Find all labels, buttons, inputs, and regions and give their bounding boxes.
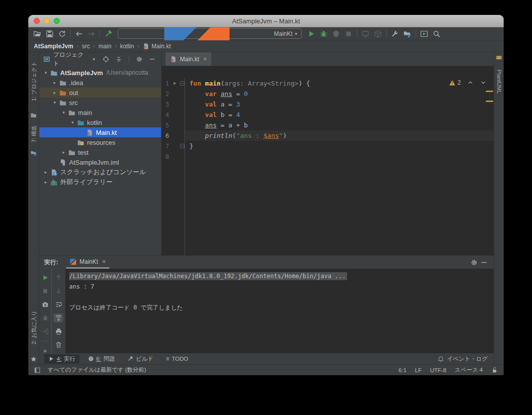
fold-marker[interactable] — [180, 81, 184, 86]
warning-badge[interactable]: 2 — [449, 79, 461, 86]
dump-threads-button[interactable] — [41, 300, 50, 309]
breadcrumb-file[interactable]: Main.kt — [143, 43, 171, 50]
close-icon[interactable]: × — [203, 56, 207, 62]
tree-toggle-icon[interactable]: ▾ — [60, 110, 68, 115]
lock-open-icon[interactable] — [491, 367, 498, 373]
error-stripe-mark[interactable] — [486, 91, 493, 92]
restart-debug-button[interactable] — [41, 313, 50, 322]
tool-window-button-favorites[interactable]: 2: お気に入り — [28, 302, 39, 362]
code-line[interactable]: 7} — [162, 141, 494, 151]
tree-row[interactable]: ▾src — [39, 98, 161, 107]
code-line[interactable]: 5 ans = a + b — [162, 120, 494, 130]
code-line[interactable]: 4 val b = 4 — [162, 109, 494, 120]
error-stripe-mark[interactable] — [486, 101, 493, 102]
tree-row[interactable]: ▸スクラッチおよびコンソール — [39, 167, 161, 177]
tree-row[interactable]: ▸外部ライブラリー — [39, 177, 161, 187]
collapse-all-button[interactable] — [114, 54, 124, 64]
code-line[interactable]: 2 var ans = 0 — [162, 89, 494, 99]
minimize-window-button[interactable] — [44, 18, 50, 24]
code-line[interactable]: 6 println("ans : $ans") — [162, 130, 494, 141]
tree-toggle-icon[interactable]: ▸ — [51, 80, 59, 85]
toolbar-button-search-everywhere[interactable] — [431, 28, 443, 39]
toolbar-button-attach-debugger[interactable] — [359, 28, 372, 39]
toolbar-button-save-all[interactable] — [43, 28, 56, 39]
console-output[interactable]: /Library/Java/JavaVirtualMachines/jdk1.8… — [65, 269, 494, 353]
tree-row[interactable]: ▾main — [39, 107, 161, 117]
toolbar-button-run-anything[interactable] — [418, 28, 431, 39]
breadcrumb-item[interactable]: AtSampleJvm — [34, 43, 73, 50]
fold-marker[interactable] — [180, 144, 184, 148]
tool-window-button-problems[interactable]: 6:問題 — [84, 354, 119, 364]
toolbar-button-deploy[interactable] — [372, 28, 384, 39]
zoom-window-button[interactable] — [54, 18, 60, 24]
toolbar-button-stop[interactable] — [343, 28, 355, 39]
toolbar-button-debug[interactable] — [318, 28, 330, 39]
run-line-icon[interactable] — [169, 81, 180, 86]
next-warning-icon[interactable] — [480, 79, 487, 86]
indent-setting[interactable]: スペース 4 — [455, 366, 483, 374]
toolbar-button-project-structure[interactable] — [401, 28, 414, 39]
breadcrumb-item[interactable]: src — [82, 43, 90, 50]
toolbar-button-synchronize[interactable] — [56, 28, 68, 39]
tool-window-button-structure[interactable]: 7: 構造 — [28, 121, 39, 156]
tree-row[interactable]: ▸out — [39, 88, 161, 98]
exit-button[interactable] — [41, 327, 50, 336]
tool-window-button-run[interactable]: 4:実行 — [44, 354, 80, 364]
toolbar-button-run[interactable] — [305, 28, 318, 39]
tree-row[interactable]: ▾AtSampleJvm/Users/apricotta — [39, 68, 161, 78]
code-area[interactable]: 1fun main(args: Array<String>) {2 var an… — [162, 66, 494, 255]
close-window-button[interactable] — [34, 18, 40, 24]
tree-toggle-icon[interactable]: ▾ — [69, 120, 77, 125]
tool-window-toggle-button[interactable] — [33, 366, 41, 374]
run-tab-mainkt[interactable]: MainKt × — [66, 256, 109, 269]
tree-row[interactable]: AtSampleJvm.iml — [39, 157, 161, 167]
close-icon[interactable]: × — [102, 258, 106, 265]
toolbar-button-forward[interactable] — [85, 28, 97, 39]
tree-row[interactable]: ▸.idea — [39, 78, 161, 88]
tab-main-kt[interactable]: Main.kt × — [166, 52, 211, 66]
toolbar-button-coverage[interactable] — [330, 28, 343, 39]
tree-toggle-icon[interactable]: ▾ — [42, 70, 50, 75]
toolbar-button-back[interactable] — [73, 28, 85, 39]
tree-row[interactable]: Main.kt — [39, 127, 161, 137]
toolbar-button-build-project[interactable] — [102, 28, 114, 39]
project-panel-title[interactable]: プロジェクト — [53, 52, 90, 68]
caret-position[interactable]: 6:1 — [399, 367, 407, 373]
prev-occurrence-button[interactable] — [54, 273, 63, 282]
line-separator[interactable]: LF — [415, 367, 422, 373]
event-log-button[interactable]: イベント・ログ — [438, 355, 488, 363]
tree-row[interactable]: ▸test — [39, 147, 161, 157]
tree-row[interactable]: ▾kotlin — [39, 117, 161, 127]
run-settings-button[interactable] — [469, 257, 479, 267]
tree-toggle-icon[interactable]: ▾ — [51, 100, 59, 105]
toolbar-button-open-project[interactable] — [31, 28, 43, 39]
hide-run-panel-button[interactable] — [479, 257, 489, 267]
breadcrumb-item[interactable]: kotlin — [120, 43, 134, 50]
tree-toggle-icon[interactable]: ▸ — [51, 90, 59, 95]
soft-wrap-button[interactable] — [54, 300, 63, 309]
print-button[interactable] — [54, 327, 63, 336]
scroll-to-end-button[interactable] — [54, 313, 63, 322]
tool-window-button-project[interactable]: 1: プロジェクト — [28, 53, 39, 118]
code-line[interactable]: 3 val a = 3 — [162, 99, 494, 109]
panel-settings-button[interactable] — [134, 54, 144, 64]
tool-window-button-build[interactable]: ビルド — [123, 354, 157, 364]
file-encoding[interactable]: UTF-8 — [430, 367, 446, 373]
toolbar-button-settings-wrench[interactable] — [389, 28, 401, 39]
run-configuration-select[interactable]: MainKt▾ — [118, 28, 302, 39]
stop-button[interactable] — [41, 287, 50, 296]
tool-window-button-plantuml[interactable]: PlantUML — [494, 54, 504, 100]
rerun-button[interactable] — [41, 273, 50, 282]
tree-toggle-icon[interactable]: ▸ — [42, 180, 50, 185]
tool-window-button-todo[interactable]: ≡TODO — [162, 354, 192, 363]
tree-toggle-icon[interactable]: ▸ — [42, 170, 50, 175]
tree-row[interactable]: resources — [39, 137, 161, 147]
code-line[interactable]: 8 — [162, 151, 494, 162]
code-line[interactable]: 1fun main(args: Array<String>) { — [162, 78, 494, 89]
tree-toggle-icon[interactable]: ▸ — [60, 150, 68, 155]
clear-all-button[interactable] — [54, 340, 63, 349]
prev-warning-icon[interactable] — [467, 79, 474, 86]
breadcrumb-item[interactable]: main — [98, 43, 111, 50]
next-occurrence-button[interactable] — [54, 287, 63, 296]
locate-file-button[interactable] — [101, 54, 111, 64]
